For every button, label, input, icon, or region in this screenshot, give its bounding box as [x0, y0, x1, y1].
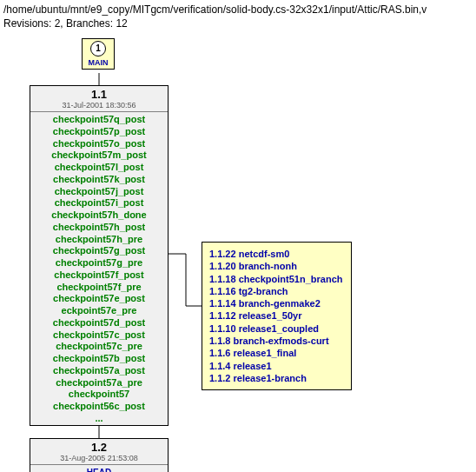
branch-entry: 1.1.8 branch-exfmods-curt [209, 335, 342, 347]
head-label: HEAD [30, 467, 168, 472]
branch-name: checkpoint51n_branch [239, 274, 343, 284]
branch-entry: 1.1.22 netcdf-sm0 [209, 248, 342, 260]
revision-1.1-box: 1.1 31-Jul-2001 18:30:56 checkpoint57q_p… [30, 85, 169, 426]
branch-entry: 1.1.2 release1-branch [209, 372, 342, 384]
revision-tag: checkpoint57g_post [30, 245, 168, 257]
branch-name: release1_50yr [239, 310, 302, 321]
main-branch-label: MAIN [83, 58, 114, 67]
branch-number: 1.1.8 [209, 336, 230, 346]
branch-entry: 1.1.16 tg2-branch [209, 285, 342, 297]
branch-number: 1.1.10 [209, 323, 236, 334]
revision-tag: checkpoint57a_pre [30, 377, 168, 389]
branch-name: release1_final [234, 348, 297, 358]
revision-stats: Revisions: 2, Branches: 12 [3, 17, 476, 30]
main-branch-box: 1 MAIN [82, 38, 115, 70]
branch-name: release1 [234, 361, 272, 371]
revision-tag: checkpoint57p_post [30, 126, 168, 138]
branch-number: 1.1.12 [209, 310, 236, 321]
branch-number: 1.1.2 [209, 373, 230, 383]
branch-entry: 1.1.18 checkpoint51n_branch [209, 273, 342, 285]
branch-entry: 1.1.12 release1_50yr [209, 309, 342, 322]
branch-name: release1_coupled [239, 323, 319, 334]
revision-tag: ... [30, 413, 168, 425]
branch-number: 1.1.20 [209, 261, 236, 271]
revision-tag: checkpoint57m_post [30, 150, 168, 162]
revision-tag: checkpoint57i_post [30, 197, 168, 209]
revision-tag: checkpoint57f_post [30, 269, 168, 282]
revision-tag: checkpoint57 [30, 389, 168, 401]
branch-number: 1.1.14 [209, 298, 236, 309]
revision-1.2-box: 1.2 31-Aug-2005 21:53:08 HEAD [30, 438, 169, 472]
revision-tag: checkpoint57k_post [30, 174, 168, 186]
revision-graph: 1 MAIN 1.1 31-Jul-2001 18:30:56 checkpoi… [3, 37, 473, 471]
revision-tag: checkpoint57e_post [30, 293, 168, 305]
revision-tag: checkpoint57q_post [30, 114, 168, 126]
branch-name: release1-branch [234, 373, 307, 383]
revision-1.1-title: 1.1 [30, 86, 168, 101]
branch-number: 1.1.4 [209, 361, 230, 371]
branch-entry: 1.1.10 release1_coupled [209, 322, 342, 335]
branch-number: 1.1.16 [209, 286, 236, 296]
revision-tag: eckpoint57e_pre [30, 305, 168, 317]
revision-tag: checkpoint57h_post [30, 222, 168, 234]
branch-number: 1.1.18 [209, 274, 236, 284]
revision-1.1-tags: checkpoint57q_postcheckpoint57p_postchec… [30, 114, 168, 425]
revision-tag: checkpoint57o_post [30, 138, 168, 150]
branch-name: tg2-branch [239, 286, 288, 296]
main-branch-number: 1 [90, 41, 106, 57]
revision-tag: checkpoint56c_post [30, 401, 168, 413]
file-path: /home/ubuntu/mnt/e9_copy/MITgcm/verifica… [3, 3, 476, 16]
revision-tag: checkpoint57h_done [30, 209, 168, 222]
branch-name: branch-genmake2 [239, 298, 321, 309]
branch-entry: 1.1.14 branch-genmake2 [209, 297, 342, 309]
branch-number: 1.1.22 [209, 249, 236, 259]
revision-tag: checkpoint57c_post [30, 329, 168, 342]
branch-entry: 1.1.6 release1_final [209, 347, 342, 359]
revision-tag: checkpoint57j_post [30, 186, 168, 198]
branch-name: netcdf-sm0 [239, 249, 290, 259]
revision-1.2-timestamp: 31-Aug-2005 21:53:08 [30, 454, 168, 465]
revision-tag: checkpoint57h_pre [30, 234, 168, 246]
branch-number: 1.1.6 [209, 348, 230, 358]
branch-name: branch-exfmods-curt [234, 336, 329, 346]
revision-1.1-timestamp: 31-Jul-2001 18:30:56 [30, 101, 168, 112]
revision-1.2-title: 1.2 [30, 439, 168, 454]
branch-entry: 1.1.20 branch-nonh [209, 260, 342, 272]
revision-tag: checkpoint57f_pre [30, 282, 168, 294]
revision-tag: checkpoint57g_pre [30, 257, 168, 269]
branches-box: 1.1.22 netcdf-sm01.1.20 branch-nonh1.1.1… [202, 242, 352, 390]
revision-tag: checkpoint57d_post [30, 317, 168, 329]
revision-tag: checkpoint57c_pre [30, 341, 168, 353]
branch-entry: 1.1.4 release1 [209, 360, 342, 372]
revision-tag: checkpoint57l_post [30, 162, 168, 174]
revision-tag: checkpoint57a_post [30, 365, 168, 377]
branch-name: branch-nonh [239, 261, 297, 271]
revision-tag: checkpoint57b_post [30, 353, 168, 365]
